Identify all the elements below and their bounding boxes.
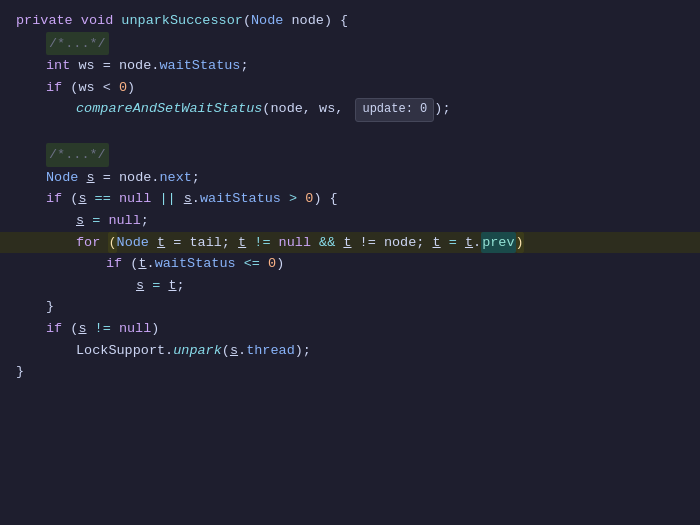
property: thread — [246, 340, 295, 362]
semicolon: ; — [240, 55, 248, 77]
variable-s: s — [230, 340, 238, 362]
punct: ( — [122, 253, 138, 275]
keyword-if: if — [46, 188, 62, 210]
operator: || — [151, 188, 183, 210]
assign: = node. — [95, 167, 160, 189]
code-line: if ( t . waitStatus <= 0 ) — [0, 253, 700, 275]
property: waitStatus — [200, 188, 281, 210]
code-line: /*...*/ — [0, 143, 700, 167]
code-line: if ( s != null ) — [0, 318, 700, 340]
space — [78, 167, 86, 189]
operator: = — [84, 210, 108, 232]
variable-t: t — [465, 232, 473, 254]
variable-s: s — [136, 275, 144, 297]
variable-t: t — [433, 232, 441, 254]
punct: (node, ws, — [262, 98, 351, 120]
keyword-for: for — [76, 232, 100, 254]
space — [149, 232, 157, 254]
function-call: unpark — [173, 340, 222, 362]
code-line: Node s = node. next ; — [0, 167, 700, 189]
condition: (ws < — [62, 77, 119, 99]
dot: . — [147, 253, 155, 275]
comment: /*...*/ — [46, 143, 109, 167]
close-brace: } — [46, 296, 54, 318]
space — [73, 10, 81, 32]
punct: ); — [434, 98, 450, 120]
punct: ) — [151, 318, 159, 340]
code-line: int ws = node. waitStatus ; — [0, 55, 700, 77]
type: Node — [46, 167, 78, 189]
operator: == — [87, 188, 119, 210]
parameter-tooltip: update: 0 — [355, 98, 434, 121]
variable-t: t — [157, 232, 165, 254]
code-line: s = null ; — [0, 210, 700, 232]
variable-s: s — [184, 188, 192, 210]
keyword-null: null — [108, 210, 140, 232]
variable: ws = node. — [70, 55, 159, 77]
init: = tail; — [165, 232, 238, 254]
type: Node — [251, 10, 283, 32]
code-line: s = t ; — [0, 275, 700, 297]
punct: ) — [127, 77, 135, 99]
space — [113, 10, 121, 32]
punct: ( — [222, 340, 230, 362]
property: next — [159, 167, 191, 189]
variable-t: t — [138, 253, 146, 275]
function-name: unparkSuccessor — [121, 10, 243, 32]
number: 0 — [305, 188, 313, 210]
variable-s: s — [87, 167, 95, 189]
param: node) { — [292, 10, 349, 32]
code-line: private void unparkSuccessor ( Node node… — [0, 10, 700, 32]
code-editor: private void unparkSuccessor ( Node node… — [0, 0, 700, 525]
class-name: LockSupport. — [76, 340, 173, 362]
comment: /*...*/ — [46, 32, 109, 56]
variable-t: t — [238, 232, 246, 254]
code-line: } — [0, 361, 700, 383]
keyword: void — [81, 10, 113, 32]
dot: . — [238, 340, 246, 362]
dot: . — [473, 232, 481, 254]
space — [283, 10, 291, 32]
operator: <= — [236, 253, 268, 275]
operator: = — [144, 275, 168, 297]
operator: != — [246, 232, 278, 254]
code-line: } — [0, 296, 700, 318]
bracket-open: ( — [108, 232, 116, 254]
keyword-if: if — [106, 253, 122, 275]
number: 0 — [119, 77, 127, 99]
code-line: compareAndSetWaitStatus (node, ws, updat… — [0, 98, 700, 121]
punct: ( — [62, 188, 78, 210]
code-line: /*...*/ — [0, 32, 700, 56]
close-brace: } — [16, 361, 24, 383]
keyword-null: null — [119, 188, 151, 210]
code-line: if (ws < 0 ) — [0, 77, 700, 99]
operator: && — [311, 232, 343, 254]
condition2: != node; — [352, 232, 433, 254]
space — [100, 232, 108, 254]
property: waitStatus — [155, 253, 236, 275]
semicolon: ; — [141, 210, 149, 232]
punct: ( — [62, 318, 78, 340]
operator: != — [87, 318, 119, 340]
keyword-int: int — [46, 55, 70, 77]
property: waitStatus — [159, 55, 240, 77]
variable-s: s — [78, 318, 86, 340]
code-line: LockSupport. unpark ( s . thread ); — [0, 340, 700, 362]
semicolon: ; — [177, 275, 185, 297]
semicolon: ; — [192, 167, 200, 189]
punct: ) — [276, 253, 284, 275]
dot: . — [192, 188, 200, 210]
code-line: if ( s == null || s . waitStatus > 0 ) { — [0, 188, 700, 210]
property-prev: prev — [481, 232, 515, 254]
variable-s: s — [76, 210, 84, 232]
operator: > — [281, 188, 305, 210]
keyword-null: null — [119, 318, 151, 340]
code-line-empty — [0, 122, 700, 144]
code-line-for: for ( Node t = tail; t != null && t != n… — [0, 232, 700, 254]
number: 0 — [268, 253, 276, 275]
keyword: private — [16, 10, 73, 32]
operator: = — [441, 232, 465, 254]
keyword-if: if — [46, 318, 62, 340]
punct: ); — [295, 340, 311, 362]
type: Node — [117, 232, 149, 254]
